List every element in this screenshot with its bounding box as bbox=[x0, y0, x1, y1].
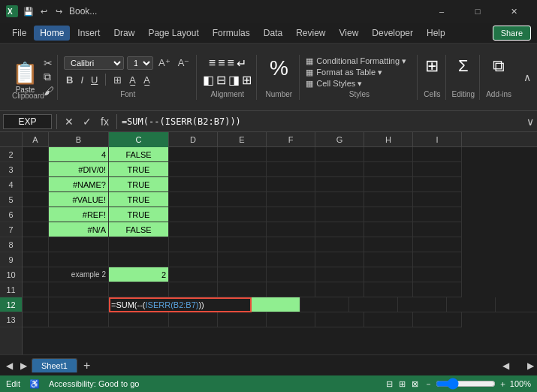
cell-c6[interactable]: TRUE bbox=[109, 207, 169, 222]
cell-i5[interactable] bbox=[413, 192, 462, 207]
row-num-12[interactable]: 12 bbox=[0, 297, 22, 312]
align-bottom-icon[interactable]: ≡ bbox=[228, 56, 234, 70]
row-num-13[interactable]: 13 bbox=[0, 312, 22, 327]
cell-e8[interactable] bbox=[218, 237, 267, 252]
cell-c10[interactable]: 2 bbox=[109, 267, 169, 282]
menu-review[interactable]: Review bbox=[290, 26, 331, 41]
col-header-d[interactable]: D bbox=[169, 132, 218, 147]
cell-b9[interactable] bbox=[49, 252, 109, 267]
row-num-9[interactable]: 9 bbox=[0, 252, 22, 267]
cell-i10[interactable] bbox=[413, 267, 462, 282]
menu-insert[interactable]: Insert bbox=[71, 26, 106, 41]
cell-e2[interactable] bbox=[218, 147, 267, 162]
cell-b10[interactable]: example 2 bbox=[49, 267, 109, 282]
formula-input[interactable] bbox=[122, 116, 523, 127]
col-header-g[interactable]: G bbox=[315, 132, 364, 147]
cell-b3[interactable]: #DIV/0! bbox=[49, 162, 109, 177]
zoom-out-icon[interactable]: － bbox=[424, 378, 433, 390]
cell-g7[interactable] bbox=[315, 222, 364, 237]
cell-d11[interactable] bbox=[169, 282, 218, 297]
cell-f11[interactable] bbox=[267, 282, 315, 297]
cell-g5[interactable] bbox=[315, 192, 364, 207]
cell-i12[interactable] bbox=[496, 297, 537, 312]
cell-g10[interactable] bbox=[315, 267, 364, 282]
cell-g2[interactable] bbox=[315, 147, 364, 162]
row-num-10[interactable]: 10 bbox=[0, 267, 22, 282]
cell-h13[interactable] bbox=[364, 312, 413, 327]
copy-icon[interactable]: ⧉ bbox=[44, 71, 54, 83]
cell-e6[interactable] bbox=[218, 207, 267, 222]
cell-h9[interactable] bbox=[364, 252, 413, 267]
col-header-a[interactable]: A bbox=[23, 132, 49, 147]
scroll-left-icon[interactable]: ◀ bbox=[502, 360, 509, 371]
cell-a5[interactable] bbox=[23, 192, 49, 207]
decrease-font-icon[interactable]: A⁻ bbox=[176, 56, 192, 69]
cell-c4[interactable]: TRUE bbox=[109, 177, 169, 192]
conditional-formatting-button[interactable]: ▦ Conditional Formatting ▾ bbox=[306, 56, 412, 66]
formula-expand-icon[interactable]: ∨ bbox=[526, 116, 534, 128]
cell-f10[interactable] bbox=[267, 267, 315, 282]
italic-button[interactable]: I bbox=[78, 74, 86, 86]
menu-file[interactable]: File bbox=[6, 26, 32, 41]
row-num-4[interactable]: 4 bbox=[0, 177, 22, 192]
cell-e12[interactable] bbox=[300, 297, 349, 312]
cell-b12[interactable] bbox=[49, 297, 109, 312]
cell-d7[interactable] bbox=[169, 222, 218, 237]
cell-d5[interactable] bbox=[169, 192, 218, 207]
row-num-2[interactable]: 2 bbox=[0, 147, 22, 162]
cell-i11[interactable] bbox=[413, 282, 462, 297]
cell-a13[interactable] bbox=[23, 312, 49, 327]
cell-h4[interactable] bbox=[364, 177, 413, 192]
row-num-6[interactable]: 6 bbox=[0, 207, 22, 222]
minimize-button[interactable]: – bbox=[424, 0, 459, 23]
cell-h12[interactable] bbox=[447, 297, 496, 312]
border-icon[interactable]: ⊞ bbox=[111, 74, 124, 86]
cell-a9[interactable] bbox=[23, 252, 49, 267]
cell-g11[interactable] bbox=[315, 282, 364, 297]
cell-c9[interactable] bbox=[109, 252, 169, 267]
maximize-button[interactable]: □ bbox=[460, 0, 495, 23]
cell-d8[interactable] bbox=[169, 237, 218, 252]
confirm-formula-icon[interactable]: ✓ bbox=[80, 114, 95, 129]
undo-icon[interactable]: ↩ bbox=[38, 5, 50, 17]
cell-d12[interactable] bbox=[252, 297, 300, 312]
fill-color-icon[interactable]: A̲ bbox=[127, 74, 138, 86]
sheet-tab-sheet1[interactable]: Sheet1 bbox=[32, 358, 77, 372]
cell-d3[interactable] bbox=[169, 162, 218, 177]
cell-f6[interactable] bbox=[267, 207, 315, 222]
cell-c11[interactable] bbox=[109, 282, 169, 297]
menu-draw[interactable]: Draw bbox=[107, 26, 140, 41]
bold-button[interactable]: B bbox=[64, 74, 75, 86]
cell-a8[interactable] bbox=[23, 237, 49, 252]
col-header-i[interactable]: I bbox=[413, 132, 462, 147]
scroll-right-icon[interactable]: ▶ bbox=[527, 360, 534, 371]
cell-g4[interactable] bbox=[315, 177, 364, 192]
menu-page-layout[interactable]: Page Layout bbox=[142, 26, 204, 41]
cell-b8[interactable] bbox=[49, 237, 109, 252]
cell-i4[interactable] bbox=[413, 177, 462, 192]
cell-h2[interactable] bbox=[364, 147, 413, 162]
cell-f7[interactable] bbox=[267, 222, 315, 237]
row-num-7[interactable]: 7 bbox=[0, 222, 22, 237]
cell-a4[interactable] bbox=[23, 177, 49, 192]
font-name-select[interactable]: Calibri bbox=[64, 56, 124, 70]
cell-d4[interactable] bbox=[169, 177, 218, 192]
cell-f8[interactable] bbox=[267, 237, 315, 252]
col-header-f[interactable]: F bbox=[267, 132, 315, 147]
sheet-nav-left-icon[interactable]: ◀ bbox=[3, 359, 16, 372]
cell-h10[interactable] bbox=[364, 267, 413, 282]
font-size-select[interactable]: 14 bbox=[127, 56, 153, 70]
cell-e5[interactable] bbox=[218, 192, 267, 207]
cell-i8[interactable] bbox=[413, 237, 462, 252]
redo-icon[interactable]: ↪ bbox=[53, 5, 65, 17]
cell-g13[interactable] bbox=[315, 312, 364, 327]
cell-e4[interactable] bbox=[218, 177, 267, 192]
cell-h5[interactable] bbox=[364, 192, 413, 207]
menu-data[interactable]: Data bbox=[258, 26, 288, 41]
cell-a10[interactable] bbox=[23, 267, 49, 282]
format-as-table-button[interactable]: ▦ Format as Table ▾ bbox=[306, 68, 412, 77]
cell-e10[interactable] bbox=[218, 267, 267, 282]
cell-g3[interactable] bbox=[315, 162, 364, 177]
font-color-icon[interactable]: A̲ bbox=[141, 74, 152, 86]
cell-d9[interactable] bbox=[169, 252, 218, 267]
